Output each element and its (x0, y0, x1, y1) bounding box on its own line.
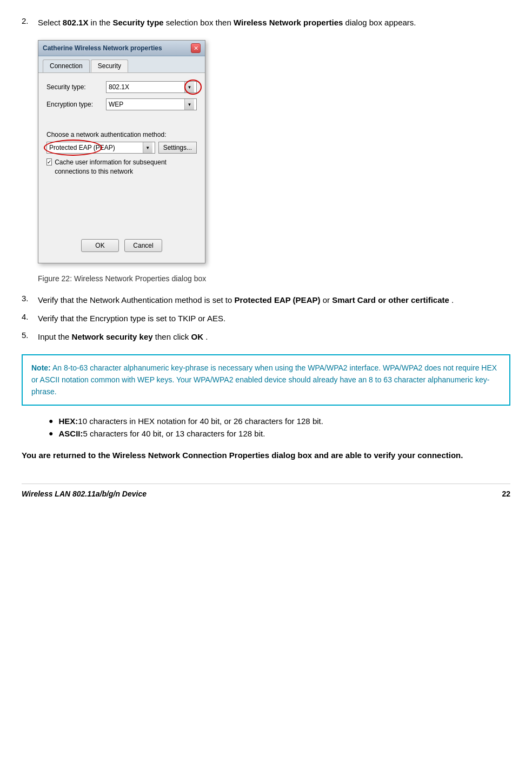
cache-checkbox[interactable]: ✓ (46, 158, 52, 166)
cache-checkbox-text: Cache user information for subsequent co… (55, 158, 197, 176)
bullet-ascii: ASCII: 5 characters for 40 bit, or 13 ch… (49, 429, 510, 438)
step-3-text1: Verify that the Network Authentication m… (38, 295, 235, 305)
auth-method-value: Protected EAP (PEAP) (49, 144, 115, 151)
auth-method-arrow[interactable]: ▼ (143, 142, 152, 153)
step-5-text: Input the Network security key then clic… (38, 330, 510, 343)
step-3-number: 3. (22, 294, 38, 307)
security-type-select[interactable]: 802.1X ▼ (106, 81, 197, 93)
page-footer: Wireless LAN 802.11a/b/g/n Device 22 (22, 484, 510, 498)
step-4-text: Verify that the Encryption type is set t… (38, 312, 510, 325)
bullet-hex-text: 10 characters in HEX notation for 40 bit… (78, 416, 323, 426)
step-2-bold2: Security type (112, 18, 163, 27)
figure-caption: Figure 22: Wireless Network Properties d… (38, 274, 510, 283)
bullet-hex-label: HEX: (58, 416, 78, 426)
security-type-arrow-wrapper: ▼ (184, 82, 194, 92)
step-3-text3: . (451, 295, 454, 305)
encryption-type-label: Encryption type: (46, 101, 106, 108)
dialog-button-row: OK Cancel (46, 234, 197, 255)
step-4-number: 4. (22, 312, 38, 325)
step-2-mid2: selection box then (166, 18, 234, 27)
step-3-text: Verify that the Network Authentication m… (38, 294, 510, 307)
dialog-body: Security type: 802.1X ▼ Encryption type: (38, 73, 205, 263)
step-5-end: . (205, 332, 208, 341)
step-2-prefix: Select (38, 18, 63, 27)
step-5-suffix: then click (155, 332, 191, 341)
dialog-tab-security[interactable]: Security (91, 59, 128, 72)
note-text: An 8-to-63 character alphanumeric key-ph… (31, 363, 497, 396)
security-type-arrow[interactable]: ▼ (184, 82, 194, 92)
step-2: 2. Select 802.1X in the Security type se… (22, 16, 510, 29)
final-paragraph: You are returned to the Wireless Network… (22, 449, 510, 462)
encryption-type-value: WEP (109, 101, 123, 108)
step-5-number: 5. (22, 330, 38, 343)
step-3-text2: or (323, 295, 332, 305)
note-box: Note: An 8-to-63 character alphanumeric … (22, 354, 510, 406)
step-2-bold1: 802.1X (63, 18, 89, 27)
step-2-number: 2. (22, 16, 38, 29)
auth-select-wrapper: Protected EAP (PEAP) ▼ (46, 142, 155, 154)
security-type-label: Security type: (46, 83, 106, 91)
step-5-bold2: OK (191, 332, 204, 341)
auth-method-select[interactable]: Protected EAP (PEAP) ▼ (46, 142, 155, 154)
step-2-bold3: Wireless Network properties (234, 18, 343, 27)
settings-button[interactable]: Settings... (158, 142, 197, 154)
dialog-close-button[interactable]: ✕ (191, 43, 201, 53)
step-2-suffix: dialog box appears. (345, 18, 416, 27)
dialog-title: Catherine Wireless Network properties (43, 44, 162, 52)
checkbox-row: ✓ Cache user information for subsequent … (46, 158, 197, 176)
bullet-hex: HEX: 10 characters in HEX notation for 4… (49, 416, 510, 426)
step-5-prefix: Input the (38, 332, 72, 341)
note-label: Note: (31, 363, 51, 372)
step-5-bold1: Network security key (72, 332, 153, 341)
dialog-tabs: Connection Security (38, 56, 205, 73)
encryption-type-row: Encryption type: WEP ▼ (46, 98, 197, 110)
footer-page: 22 (502, 489, 510, 498)
cancel-button[interactable]: Cancel (124, 239, 162, 252)
auth-method-label: Choose a network authentication method: (46, 131, 197, 138)
security-type-row: Security type: 802.1X ▼ (46, 81, 197, 93)
dialog-window: Catherine Wireless Network properties ✕ … (38, 40, 205, 263)
dialog-tab-connection[interactable]: Connection (43, 59, 90, 72)
encryption-type-arrow[interactable]: ▼ (184, 99, 194, 110)
dialog-titlebar: Catherine Wireless Network properties ✕ (38, 41, 205, 56)
auth-method-row: Protected EAP (PEAP) ▼ Settings... (46, 142, 197, 154)
step-2-mid1: in the (91, 18, 113, 27)
footer-left: Wireless LAN 802.11a/b/g/n Device (22, 489, 147, 498)
bullet-list: HEX: 10 characters in HEX notation for 4… (49, 416, 510, 438)
step-5: 5. Input the Network security key then c… (22, 330, 510, 343)
step-3-content: Verify that the Network Authentication m… (38, 294, 510, 307)
step-4-content: Verify that the Encryption type is set t… (38, 312, 510, 325)
step-2-text: Select 802.1X in the Security type selec… (38, 16, 510, 29)
bullet-ascii-label: ASCII: (58, 429, 83, 438)
step-3: 3. Verify that the Network Authenticatio… (22, 294, 510, 307)
step-5-content: Input the Network security key then clic… (38, 330, 510, 343)
step-3-bold1: Protected EAP (PEAP) (235, 295, 321, 305)
step-2-content: Select 802.1X in the Security type selec… (38, 16, 510, 29)
ok-button[interactable]: OK (81, 239, 119, 252)
security-type-input: 802.1X ▼ (106, 81, 197, 93)
security-type-value: 802.1X (109, 83, 129, 91)
dialog-container: Catherine Wireless Network properties ✕ … (38, 40, 510, 263)
encryption-type-input: WEP ▼ (106, 98, 197, 110)
step-4: 4. Verify that the Encryption type is se… (22, 312, 510, 325)
encryption-type-select[interactable]: WEP ▼ (106, 98, 197, 110)
bullet-ascii-text: 5 characters for 40 bit, or 13 character… (83, 429, 265, 438)
step-3-bold2: Smart Card or other certificate (332, 295, 449, 305)
